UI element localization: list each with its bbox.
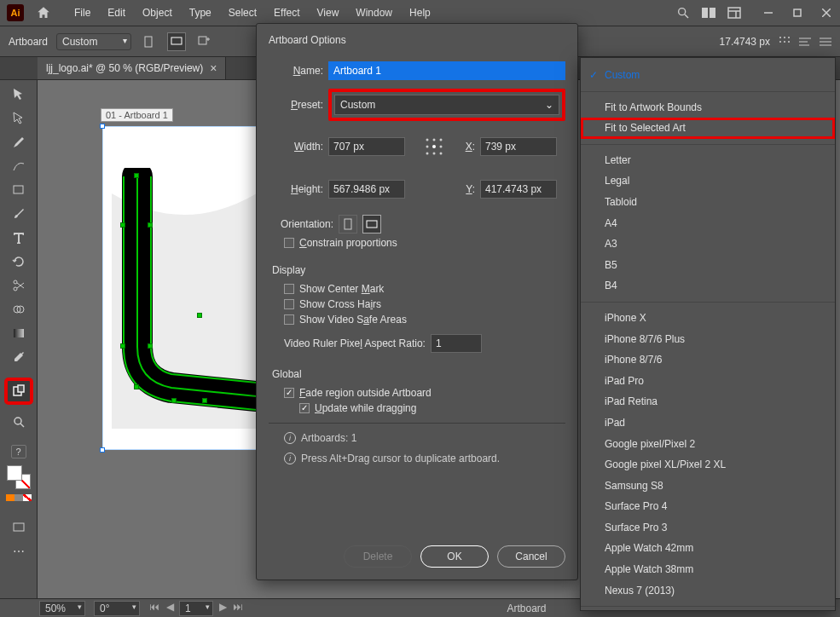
menu-item-help[interactable]: Help xyxy=(402,3,438,22)
anchor-handle[interactable] xyxy=(197,313,202,318)
landscape-button[interactable] xyxy=(362,215,381,234)
menu-item-effect[interactable]: Effect xyxy=(266,3,307,22)
gradient-tool[interactable] xyxy=(7,322,31,344)
artboard-tool[interactable] xyxy=(7,380,31,402)
height-input[interactable]: 567.9486 px xyxy=(328,180,405,199)
prev-icon[interactable]: ◀ xyxy=(164,601,176,616)
portrait-button[interactable] xyxy=(339,215,357,234)
fade-region-checkbox[interactable] xyxy=(284,388,294,398)
menu-item-file[interactable]: File xyxy=(67,3,98,22)
edit-toolbar-icon[interactable]: ⋯ xyxy=(7,540,31,562)
anchor-handle[interactable] xyxy=(148,222,153,228)
preset-option[interactable]: Fit to Artwork Bounds xyxy=(581,97,835,118)
menu-item-object[interactable]: Object xyxy=(135,3,180,22)
ok-button[interactable]: OK xyxy=(420,545,489,568)
anchor-handle[interactable] xyxy=(134,173,139,178)
cross-hairs-checkbox[interactable] xyxy=(284,299,294,309)
preset-option[interactable]: Tabloid xyxy=(581,192,835,213)
preset-option[interactable]: Fit to Selected Art xyxy=(581,118,835,139)
rotate-tool[interactable] xyxy=(7,251,31,273)
preset-option[interactable]: Letter xyxy=(581,150,835,171)
delete-button[interactable]: Delete xyxy=(344,545,412,568)
anchor-handle[interactable] xyxy=(171,398,177,403)
preset-dropdown-menu[interactable]: CustomFit to Artwork BoundsFit to Select… xyxy=(580,57,836,611)
paintbrush-tool[interactable] xyxy=(7,203,31,225)
name-input[interactable]: Artboard 1 xyxy=(328,61,565,80)
preset-option[interactable]: A3 xyxy=(581,234,835,255)
center-mark-checkbox[interactable] xyxy=(284,284,294,294)
screen-mode-icon[interactable] xyxy=(7,516,31,539)
layout-icon[interactable] xyxy=(702,6,715,20)
preset-option[interactable]: B4 xyxy=(581,275,835,297)
fill-swatch[interactable] xyxy=(7,465,22,481)
close-button[interactable] xyxy=(818,4,835,21)
preset-option[interactable]: Apple Watch 42mm xyxy=(581,538,835,559)
artwork-shape[interactable] xyxy=(112,168,257,429)
rectangle-tool[interactable] xyxy=(7,179,31,201)
last-icon[interactable]: ⏭ xyxy=(232,601,244,616)
preset-option[interactable]: Surface Pro 3 xyxy=(581,517,835,539)
first-icon[interactable]: ⏮ xyxy=(148,601,160,616)
width-input[interactable]: 707 px xyxy=(328,137,405,156)
next-icon[interactable]: ▶ xyxy=(217,601,229,616)
preset-option[interactable]: Nexus 7 (2013) xyxy=(581,580,835,602)
preset-option[interactable]: Apple Watch 38mm xyxy=(581,559,835,580)
artboard[interactable]: 01 - Artboard 1 xyxy=(102,126,264,450)
preset-option[interactable]: iPhone 8/7/6 Plus xyxy=(581,329,835,350)
menu-icon[interactable] xyxy=(820,36,831,48)
preset-option[interactable]: iPad Retina xyxy=(581,391,835,412)
home-icon[interactable] xyxy=(36,5,51,20)
artboard-preset-select[interactable]: Custom xyxy=(56,33,131,50)
curvature-tool[interactable] xyxy=(7,155,31,177)
maximize-button[interactable] xyxy=(789,4,806,21)
preset-option[interactable]: Custom xyxy=(581,65,835,86)
selection-tool[interactable] xyxy=(7,84,31,106)
menu-item-edit[interactable]: Edit xyxy=(100,3,133,22)
preset-option[interactable]: iPhone 8/7/6 xyxy=(581,349,835,371)
anchor-handle[interactable] xyxy=(148,343,153,349)
menu-item-type[interactable]: Type xyxy=(182,3,219,22)
landscape-icon[interactable] xyxy=(167,32,186,51)
artboard-index-field[interactable]: 1 xyxy=(179,601,213,616)
preset-option[interactable]: iPad Pro xyxy=(581,371,835,392)
menu-item-window[interactable]: Window xyxy=(348,3,400,22)
y-input[interactable]: 417.4743 px xyxy=(480,180,557,199)
type-tool[interactable] xyxy=(7,227,31,249)
cancel-button[interactable]: Cancel xyxy=(497,545,565,568)
menu-item-select[interactable]: Select xyxy=(221,3,264,22)
arrange-icon[interactable] xyxy=(799,36,811,48)
portrait-icon[interactable] xyxy=(140,32,159,51)
anchor-handle[interactable] xyxy=(134,384,139,389)
preset-option[interactable]: Samsung S8 xyxy=(581,476,835,497)
preset-option[interactable]: iPad xyxy=(581,412,835,434)
preset-option[interactable]: B5 xyxy=(581,255,835,276)
preset-option[interactable]: Google pixel XL/Pixel 2 XL xyxy=(581,454,835,476)
new-artboard-icon[interactable] xyxy=(194,32,213,51)
safe-areas-checkbox[interactable] xyxy=(284,314,294,325)
zoom-field[interactable]: 50% xyxy=(39,601,85,616)
help-icon[interactable]: ? xyxy=(11,445,26,458)
close-tab-icon[interactable]: × xyxy=(210,62,217,74)
scissors-tool[interactable] xyxy=(7,274,31,297)
preset-option[interactable]: iPhone X xyxy=(581,308,835,329)
update-drag-checkbox[interactable] xyxy=(299,403,310,413)
align-dist-icon[interactable] xyxy=(779,36,791,48)
artboard-handle[interactable] xyxy=(100,124,105,129)
ruler-aspect-input[interactable]: 1 xyxy=(431,334,482,353)
workspace-switcher-icon[interactable] xyxy=(727,6,741,20)
minimize-button[interactable] xyxy=(760,4,777,21)
direct-selection-tool[interactable] xyxy=(7,107,31,130)
document-tab[interactable]: ljj_logo.ai* @ 50 % (RGB/Preview) × xyxy=(38,57,226,79)
preset-option[interactable]: Legal xyxy=(581,170,835,192)
preset-option[interactable]: Google pixel/Pixel 2 xyxy=(581,434,835,455)
artboard-handle[interactable] xyxy=(100,447,105,453)
pen-tool[interactable] xyxy=(7,131,31,153)
shape-builder-tool[interactable] xyxy=(7,298,31,320)
anchor-handle[interactable] xyxy=(120,222,125,228)
search-icon[interactable] xyxy=(676,6,690,20)
anchor-handle[interactable] xyxy=(202,398,207,403)
reference-point-icon[interactable] xyxy=(422,130,446,164)
color-mode-row[interactable] xyxy=(6,494,32,501)
rotation-field[interactable]: 0° xyxy=(94,601,140,616)
x-input[interactable]: 739 px xyxy=(480,137,557,156)
